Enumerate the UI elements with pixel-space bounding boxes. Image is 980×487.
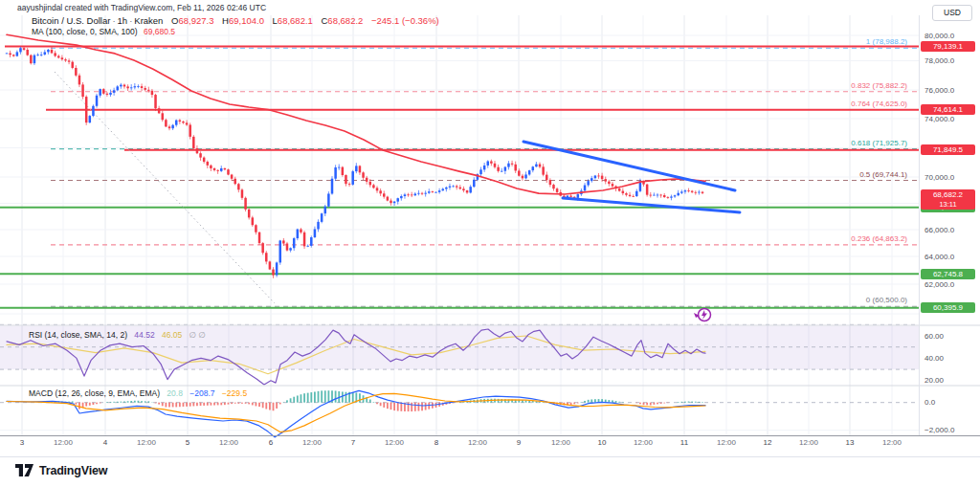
macd-histogram-bar (400, 403, 402, 411)
candle-body (702, 192, 704, 193)
time-axis-tick[interactable]: 10 (583, 438, 621, 447)
time-axis-tick[interactable]: 5 (168, 438, 207, 447)
macd-histogram-bar (141, 401, 143, 403)
time-axis-tick[interactable]: 12:00 (293, 438, 331, 447)
price-axis-tick[interactable]: 64,000.0 (924, 253, 954, 261)
rsi-legend[interactable]: RSI (14, close, SMA, 14, 2) 44.52 46.05 … (29, 330, 206, 340)
time-axis-tick[interactable]: 12:00 (458, 438, 497, 447)
time-axis-tick[interactable]: 3 (3, 438, 41, 447)
candle-body (113, 90, 116, 93)
rsi-axis-tick[interactable]: 20.00 (924, 376, 944, 385)
macd-histogram-bar (646, 403, 648, 406)
candle-body (141, 86, 144, 88)
macd-histogram-bar (106, 402, 108, 403)
time-axis-tick[interactable]: 7 (334, 438, 372, 447)
macd-histogram-bar (590, 399, 592, 402)
macd-histogram-bar (189, 403, 191, 407)
macd-histogram-bar (165, 403, 167, 408)
macd-histogram-bar (286, 400, 288, 402)
time-axis-tick[interactable]: 6 (252, 438, 290, 447)
price-axis-tick[interactable]: 74,000.0 (924, 115, 954, 123)
macd-histogram-bar (397, 403, 399, 411)
candle-body (126, 86, 129, 88)
time-axis-tick[interactable]: 4 (86, 438, 124, 447)
candle-body (282, 240, 285, 243)
candle-body (396, 198, 399, 201)
ma-legend[interactable]: MA (100, close, 0, SMA, 100) 69,680.5 (32, 27, 175, 36)
time-axis-tick[interactable]: 12:00 (873, 438, 911, 447)
symbol-title[interactable]: Bitcoin / U.S. Dollar (32, 15, 110, 26)
candle-body (158, 108, 161, 113)
candle-body (19, 48, 22, 52)
time-axis-tick[interactable]: 8 (417, 438, 456, 447)
macd-histogram-bar (699, 402, 701, 403)
candle-body (314, 229, 317, 237)
price-level-badge: 79,139.1 (921, 41, 975, 52)
rsi-axis-tick[interactable]: 40.00 (924, 354, 944, 363)
macd-histogram-bar (245, 403, 247, 404)
exchange-label[interactable]: Kraken (134, 15, 163, 26)
time-axis-tick[interactable]: 12:00 (127, 438, 166, 447)
time-axis-tick[interactable]: 12:00 (707, 438, 746, 447)
candle-body (351, 171, 354, 185)
time-axis-tick[interactable]: 12:00 (44, 438, 82, 447)
time-axis-tick[interactable]: 12:00 (790, 438, 828, 447)
candle-body (646, 185, 649, 195)
candle-body (234, 179, 236, 184)
tradingview-logo[interactable]: TradingView (15, 464, 107, 477)
candle-body (695, 192, 698, 193)
candle-body (71, 62, 74, 68)
chart-canvas[interactable] (0, 0, 980, 487)
time-axis-tick[interactable]: 9 (500, 438, 538, 447)
time-axis-tick[interactable]: 11 (665, 438, 703, 447)
candle-body (199, 153, 202, 157)
price-axis-tick[interactable]: 80,000.0 (924, 32, 954, 40)
candle-body (366, 178, 368, 182)
macd-axis-tick[interactable]: −2,000.0 (924, 426, 954, 434)
interval-label[interactable]: 1h (118, 15, 128, 26)
time-axis-tick[interactable]: 12:00 (542, 438, 580, 447)
descending-trendline[interactable] (563, 198, 740, 212)
time-axis-tick[interactable]: 12:00 (210, 438, 248, 447)
candle-body (293, 238, 296, 248)
macd-histogram-bar (373, 402, 375, 403)
candle-body (424, 193, 427, 194)
macd-axis-tick[interactable]: 0.0 (924, 398, 935, 407)
candle-body (6, 54, 9, 55)
macd-histogram-bar (168, 403, 170, 408)
price-level-badge: 62,745.8 (921, 269, 975, 279)
price-axis-tick[interactable]: 70,000.0 (924, 173, 954, 182)
candle-body (306, 246, 309, 247)
macd-histogram-bar (72, 401, 74, 402)
time-axis-tick[interactable]: 12:00 (624, 438, 662, 447)
macd-histogram-bar (241, 403, 243, 404)
macd-legend[interactable]: MACD (12, 26, close, 9, EMA, EMA) 20.8 −… (29, 388, 247, 398)
macd-histogram-bar (162, 403, 164, 407)
time-axis-tick[interactable]: 13 (831, 438, 869, 447)
candle-body (494, 164, 497, 167)
candle-body (659, 195, 662, 196)
macd-histogram-bar (120, 402, 122, 403)
candle-body (507, 164, 510, 167)
price-axis-tick[interactable]: 78,000.0 (924, 56, 954, 65)
rsi-label: RSI (14, close, SMA, 14, 2) (29, 330, 127, 340)
macd-histogram-bar (155, 403, 157, 404)
price-axis-tick[interactable]: 66,000.0 (924, 226, 954, 234)
price-axis-tick[interactable]: 76,000.0 (924, 86, 954, 95)
candle-body (650, 195, 653, 196)
rsi-axis-tick[interactable]: 60.00 (924, 332, 944, 341)
candle-body (421, 193, 424, 194)
symbol-legend[interactable]: Bitcoin / U.S. Dollar·1h·Kraken O68,927.… (32, 15, 439, 26)
candle-body (369, 182, 372, 185)
macd-histogram-bar (134, 401, 136, 403)
candle-body (483, 166, 486, 169)
macd-histogram-bar (75, 403, 77, 405)
candle-body (237, 184, 240, 189)
time-axis-tick[interactable]: 12:00 (375, 438, 413, 447)
candle-body (175, 121, 178, 125)
price-axis-tick[interactable]: 62,000.0 (924, 280, 954, 289)
time-axis-tick[interactable]: 12 (748, 438, 787, 447)
candle-body (57, 56, 60, 58)
candle-body (670, 196, 673, 197)
currency-selector[interactable]: USD (932, 5, 972, 21)
